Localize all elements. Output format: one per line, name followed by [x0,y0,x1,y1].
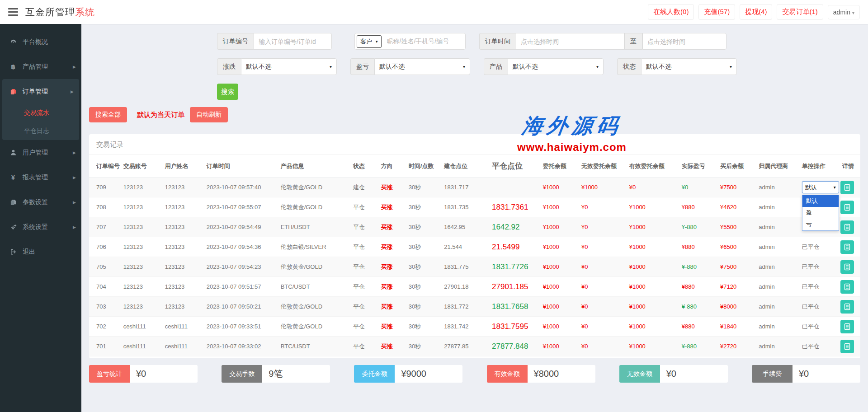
cell-control: 默认▾ 默认盈亏 [800,178,839,197]
chevron-down-icon: ▾ [834,185,836,190]
sidebar-item-orders[interactable]: 订单管理 ▶ [2,79,79,104]
withdraw-link[interactable]: 提现(4) [740,4,772,20]
cell-invalid: ¥1000 [580,178,627,197]
cell-profit: ¥0 [680,178,718,197]
detail-button[interactable] [840,220,854,234]
column-header-agent: 归属代理商 [757,155,800,178]
cell-direction: 买涨 [379,337,406,356]
column-header-profit: 实际盈亏 [680,155,718,178]
summary-bar: 盈亏统计 ¥0 交易手数 9笔 委托金额 ¥9000 有效金额 ¥8000 无效… [89,365,860,383]
chevron-right-icon: ▶ [73,150,76,155]
sidebar-item-logout[interactable]: 退出 [0,239,81,264]
customer-type-select[interactable]: 客户▾ [357,35,382,48]
summary-trade-count: 交易手数 9笔 [222,365,330,383]
column-header-open: 建仓点位 [442,155,490,178]
time-to-input[interactable] [642,33,726,50]
detail-button[interactable] [840,240,854,254]
cell-open: 1642.95 [442,217,490,237]
cell-valid: ¥1000 [627,237,680,257]
summary-invalid-amount: 无效金额 ¥0 [619,365,728,383]
detail-button[interactable] [840,201,854,214]
cell-entrust: ¥1000 [541,217,580,237]
sidebar-item-params[interactable]: 参数设置 ▶ [0,190,81,215]
column-header-id: 订单编号 [89,155,122,178]
cell-open: 27877.85 [442,337,490,356]
user-icon [9,149,17,156]
sidebar-item-users[interactable]: 用户管理 ▶ [0,140,81,165]
cell-after: ¥1840 [718,317,757,337]
cell-agent: admin [757,297,800,317]
detail-button[interactable] [840,320,854,333]
sidebar-item-system[interactable]: 系统设置 ▶ [0,215,81,239]
cell-valid: ¥1000 [627,197,680,217]
cell-detail [839,217,860,237]
status-select[interactable]: 默认不选▾ [641,58,737,75]
cell-status: 平仓 [351,317,379,337]
cell-name: ceshi111 [163,317,205,337]
sidebar-item-dashboard[interactable]: 平台概况 [0,29,81,54]
search-button[interactable]: 搜索 [217,84,238,100]
cell-time: 2023-10-07 09:33:51 [205,317,279,337]
chevron-right-icon: ▶ [73,225,76,229]
cell-account: 123123 [122,297,163,317]
online-count-link[interactable]: 在线人数(0) [648,4,694,20]
cell-time: 2023-10-07 09:54:49 [205,217,279,237]
recharge-link[interactable]: 充值(57) [698,4,735,20]
cell-period: 30秒 [407,297,442,317]
search-all-button[interactable]: 搜索全部 [89,107,127,122]
detail-button[interactable] [840,340,854,353]
cell-open: 1831.717 [442,178,490,197]
trade-records-card: 交易记录 订单编号交易账号用户姓名订单时间产品信息状态方向时间/点数建仓点位平仓… [89,134,860,358]
column-header-after: 买后余额 [718,155,757,178]
cell-status: 建仓 [351,178,379,197]
auto-refresh-button[interactable]: 自动刷新 [190,107,228,122]
summary-fee: 手续费 ¥0 [752,365,860,383]
sidebar-item-products[interactable]: ฿ 产品管理 ▶ [0,54,81,79]
menu-toggle-icon[interactable] [8,6,18,18]
cell-profit: ¥880 [680,197,718,217]
detail-button[interactable] [840,300,854,314]
cell-account: 123123 [122,217,163,237]
cell-agent: admin [757,217,800,237]
order-no-input[interactable] [254,33,332,50]
cell-product: 伦敦黄金/GOLD [279,317,351,337]
cell-valid: ¥1000 [627,337,680,356]
cell-product: 伦敦黄金/GOLD [279,178,351,197]
cell-id: 702 [89,317,122,337]
time-from-input[interactable] [516,33,624,50]
control-option[interactable]: 亏 [802,219,839,230]
sidebar-subitem-trade-flow[interactable]: 交易流水 [2,104,79,122]
control-option[interactable]: 盈 [802,207,839,219]
control-select[interactable]: 默认▾ [802,181,839,193]
cell-close: 21.5499 [490,237,541,257]
sidebar-item-reports[interactable]: ¥ 报表管理 ▶ [0,165,81,190]
detail-button[interactable] [840,181,854,194]
user-menu[interactable]: admin▾ [828,5,860,19]
cell-valid: ¥1000 [627,217,680,237]
cell-close: 1831.7361 [490,197,541,217]
column-header-detail: 详情 [839,155,860,178]
cell-name: ceshi111 [163,337,205,356]
trade-orders-link[interactable]: 交易订单(1) [777,4,823,20]
summary-entrust-amount: 委托金额 ¥9000 [354,365,462,383]
updown-select[interactable]: 默认不选▾ [241,58,337,75]
detail-button[interactable] [840,260,854,274]
sidebar-subitem-close-log[interactable]: 平仓日志 [2,122,79,140]
cell-profit: ¥880 [680,317,718,337]
profit-select[interactable]: 默认不选▾ [374,58,470,75]
cell-period: 30秒 [407,178,442,197]
product-label: 产品 [484,58,508,75]
product-select[interactable]: 默认不选▾ [508,58,604,75]
trade-records-table: 订单编号交易账号用户姓名订单时间产品信息状态方向时间/点数建仓点位平仓点位委托余… [89,155,860,356]
customer-input[interactable]: 昵称/姓名/手机号/编号 [387,37,449,46]
detail-button[interactable] [840,280,854,294]
cell-product: 伦敦白银/SILVER [279,237,351,257]
table-row: 7061231231231232023-10-07 09:54:36伦敦白银/S… [89,237,860,257]
cell-time: 2023-10-07 09:55:07 [205,197,279,217]
column-header-valid: 有效委托余额 [627,155,680,178]
cell-period: 30秒 [407,317,442,337]
cell-invalid: ¥0 [580,317,627,337]
table-row: 7051231231231232023-10-07 09:54:23伦敦黄金/G… [89,257,860,277]
control-option[interactable]: 默认 [802,195,839,207]
sidebar-group-orders: 订单管理 ▶ 交易流水 平仓日志 [2,79,79,140]
